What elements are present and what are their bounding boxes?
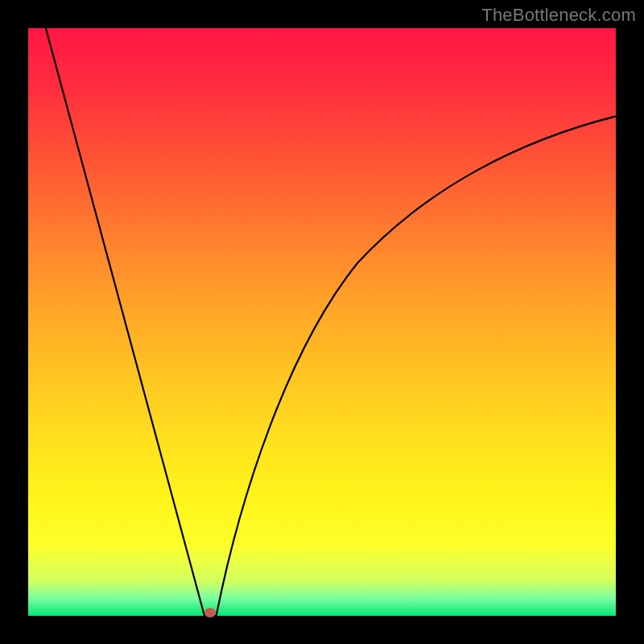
bottleneck-curve bbox=[28, 28, 616, 616]
highlight-dot bbox=[204, 608, 216, 617]
plot-area bbox=[28, 28, 616, 616]
watermark-text: TheBottleneck.com bbox=[481, 5, 636, 26]
chart-frame: TheBottleneck.com bbox=[0, 0, 644, 644]
